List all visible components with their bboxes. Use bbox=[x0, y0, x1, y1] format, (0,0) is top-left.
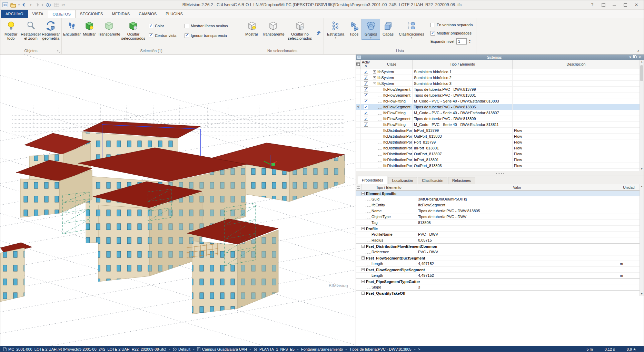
panel-close-icon[interactable]: ✕ bbox=[637, 56, 642, 59]
table-row[interactable]: IfcSystemSuministro hidrónico 2 bbox=[356, 75, 640, 81]
tab-objetos[interactable]: OBJETOS bbox=[48, 10, 76, 18]
checkbox-color[interactable]: Color bbox=[149, 22, 182, 30]
table-row[interactable]: IfcFlowFittingM_Codo - PVC - Serie 40 - … bbox=[356, 122, 640, 128]
tab-plugins[interactable]: PLUGINS bbox=[161, 10, 187, 18]
transparente-seleccion-button[interactable]: Transparente bbox=[98, 19, 121, 37]
3d-viewport[interactable]: BIMvision bbox=[0, 55, 356, 346]
scroll-up-icon[interactable]: ▲ bbox=[641, 60, 643, 63]
collapse-icon[interactable] bbox=[361, 268, 365, 271]
status-planta[interactable]: PLANTA_1_NFS_E5 bbox=[254, 347, 295, 351]
property-row[interactable]: Radius0,05715 bbox=[356, 237, 640, 243]
scroll-thumb[interactable] bbox=[640, 65, 643, 81]
checkbox-centrar-box[interactable] bbox=[149, 33, 153, 38]
checkbox-mostrar-lineas-ocultas[interactable]: Mostrar líneas ocultas bbox=[185, 22, 240, 30]
scroll-down-icon[interactable]: ▼ bbox=[641, 293, 643, 295]
row-checkbox[interactable] bbox=[364, 70, 368, 74]
ocultar-seleccionados-button[interactable]: Ocultar seleccionados bbox=[121, 19, 146, 41]
property-group-row[interactable]: Pset_FlowSegmentDuctSegment bbox=[356, 255, 640, 261]
column-clase[interactable]: Clase bbox=[371, 60, 413, 69]
expandir-nivel-stepper[interactable]: ▲▼ bbox=[469, 39, 471, 44]
maximize-button[interactable] bbox=[623, 2, 628, 7]
sistemas-panel-header[interactable]: Sistemas ▼ ✕ bbox=[356, 55, 644, 60]
column-picker-icon[interactable] bbox=[356, 184, 361, 190]
grupos-dropdown-icon[interactable]: ▾ bbox=[370, 37, 371, 39]
table-row[interactable]: IfcDistributionPortPort_813799Flow bbox=[356, 139, 640, 145]
table-row[interactable]: IfcDistributionPortOutPort_813807Flow bbox=[356, 151, 640, 157]
mostrar-no-sel-button[interactable]: Mostrar bbox=[242, 19, 261, 37]
scroll-up-icon[interactable]: ▲ bbox=[641, 185, 643, 187]
capas-button[interactable]: Capas bbox=[380, 19, 396, 37]
restablecer-zoom-button[interactable]: Restablecer el zoom bbox=[21, 19, 41, 41]
collapse-icon[interactable] bbox=[361, 292, 365, 295]
sistemas-scrollbar[interactable]: ▲▼ bbox=[640, 60, 644, 171]
collapse-icon[interactable] bbox=[361, 280, 365, 283]
open-file-dropdown[interactable]: ▾ bbox=[18, 3, 20, 7]
property-group-row[interactable]: Pset_FlowSegmentPipeSegment bbox=[356, 267, 640, 273]
property-row[interactable]: ReferencePVC - DWV bbox=[356, 249, 640, 255]
status-file[interactable]: MC_2001-000_LOTE 2 UAH.rvt (Proyecto3-20… bbox=[3, 347, 166, 351]
collapse-icon[interactable] bbox=[373, 82, 376, 85]
regenerar-geometria-button[interactable]: Regenerar geometría bbox=[41, 19, 61, 41]
checkbox-centrar-vista[interactable]: Centrar vista bbox=[149, 31, 182, 40]
status-modo[interactable]: Default bbox=[173, 347, 190, 351]
tab-vista[interactable]: VISTA bbox=[28, 10, 48, 18]
close-button[interactable]: ✕ bbox=[634, 2, 639, 7]
checkbox-propiedades-box[interactable] bbox=[430, 31, 435, 36]
status-edificio[interactable]: Campus Guadalajara UAH bbox=[197, 347, 247, 351]
row-checkbox[interactable] bbox=[364, 99, 368, 103]
help-button[interactable]: ? bbox=[590, 2, 595, 7]
table-row[interactable]: IfcSystemSuministro hidrónico 3 bbox=[356, 81, 640, 87]
column-tipo-elemento[interactable]: Tipo / Elemento bbox=[413, 60, 513, 69]
table-row[interactable]: IfcFlowSegmentTipos de tubería:PVC - DWV… bbox=[356, 87, 640, 92]
panel-splitter[interactable] bbox=[356, 171, 644, 176]
estructura-button[interactable]: Estructura ▾ bbox=[325, 19, 346, 40]
panel-dropdown-icon[interactable]: ▼ bbox=[628, 56, 633, 59]
row-checkbox[interactable] bbox=[364, 81, 368, 86]
tab-medidas[interactable]: MEDIDAS bbox=[108, 10, 135, 18]
checkbox-ignorar-transparencia[interactable]: Ignorar transparencia bbox=[185, 31, 240, 40]
table-row[interactable]: IfcDistributionPortInPort_813801Flow bbox=[356, 157, 640, 163]
transparente-no-sel-button[interactable]: Transparente bbox=[261, 19, 285, 37]
mostrar-todo-button[interactable]: Mostrar todo bbox=[1, 19, 21, 41]
property-row[interactable]: Slope3 bbox=[356, 284, 640, 290]
collapse-icon[interactable] bbox=[361, 256, 365, 260]
column-tipo-elemento[interactable]: Tipo / Elemento bbox=[361, 184, 416, 190]
property-row[interactable]: NameTipos de tubería:PVC - DWV:813805 bbox=[356, 208, 640, 214]
collapse-icon[interactable] bbox=[361, 227, 365, 230]
collapse-icon[interactable] bbox=[361, 245, 365, 248]
dialog-launcher-icon[interactable] bbox=[57, 49, 61, 53]
table-row[interactable]: IfcFlowSegmentTipos de tubería:PVC - DWV… bbox=[356, 92, 640, 98]
ribbon-collapse-icon[interactable]: ∧ bbox=[637, 49, 640, 53]
row-checkbox[interactable] bbox=[364, 105, 368, 109]
property-group-row[interactable]: Pset_PipeSegmentTypeGutter bbox=[356, 278, 640, 284]
undo-icon[interactable] bbox=[22, 2, 28, 8]
table-row-selected[interactable]: √IfcFlowSegmentTipos de tubería:PVC - DW… bbox=[356, 104, 640, 110]
column-activo[interactable]: Activo bbox=[361, 60, 371, 69]
row-checkbox[interactable] bbox=[364, 111, 368, 115]
property-row[interactable]: IfcEntityIfcFlowSegment bbox=[356, 202, 640, 208]
clasificaciones-dropdown-icon[interactable]: ▾ bbox=[411, 37, 412, 39]
row-checkbox[interactable] bbox=[364, 117, 368, 121]
row-checkbox[interactable] bbox=[364, 123, 368, 127]
checkbox-ignorar-box[interactable] bbox=[185, 33, 189, 38]
table-row[interactable]: IfcDistributionPortOutPort_813803Flow bbox=[356, 134, 640, 139]
property-row[interactable]: ProfileNamePVC - DWV bbox=[356, 232, 640, 237]
table-row[interactable]: IfcDistributionPortOutPort_813803Flow bbox=[356, 163, 640, 169]
checkbox-mostrar-propiedades[interactable]: Mostrar propiedades bbox=[430, 29, 473, 37]
tab-cambios[interactable]: CAMBIOS bbox=[134, 10, 161, 18]
expand-icon[interactable] bbox=[373, 70, 376, 74]
table-row[interactable]: IfcSystemSuministro hidrónico 1 bbox=[356, 69, 640, 75]
column-picker-icon[interactable] bbox=[356, 60, 361, 69]
property-row[interactable]: ObjectTypeTipos de tubería:PVC - DWV bbox=[356, 214, 640, 220]
property-row[interactable]: Length4,497152m bbox=[356, 273, 640, 278]
panel-dock-icon[interactable] bbox=[633, 55, 637, 59]
property-row[interactable]: Guid3wtOPbzNjDmOe6mP5OlTkj bbox=[356, 196, 640, 202]
column-unidad[interactable]: Unidad bbox=[618, 184, 640, 190]
tipos-button[interactable]: Tipos bbox=[346, 19, 361, 37]
column-valor[interactable]: Valor bbox=[416, 184, 618, 190]
table-row[interactable]: IfcDistributionPortInPort_813801Flow bbox=[356, 145, 640, 151]
table-row[interactable]: IfcFlowSegmentTipos de tubería:PVC - DWV… bbox=[356, 116, 640, 122]
target-icon[interactable] bbox=[45, 2, 51, 8]
clasificaciones-button[interactable]: Clasificaciones ▾ bbox=[396, 19, 427, 40]
undo-dropdown[interactable]: ▾ bbox=[30, 3, 31, 7]
